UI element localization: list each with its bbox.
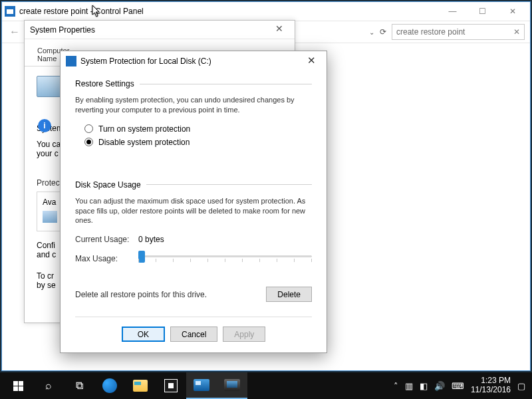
file-explorer-icon[interactable] — [125, 372, 156, 399]
radio-turn-on-label: Turn on system protection — [98, 124, 190, 134]
taskbar-system-properties[interactable] — [217, 372, 247, 399]
max-usage-slider[interactable] — [138, 249, 312, 268]
radio-icon — [84, 124, 93, 133]
monitor-icon — [37, 76, 63, 97]
search-icon[interactable]: ⌕ — [33, 372, 64, 399]
refresh-button[interactable]: ⟳ — [380, 27, 386, 37]
restore-settings-desc: By enabling system protection, you can u… — [75, 95, 312, 115]
cp-title: create restore point - Control Panel — [19, 7, 144, 16]
sp-titlebar[interactable]: System Properties ✕ — [25, 21, 295, 39]
spd-titlebar[interactable]: System Protection for Local Disk (C:) ✕ — [61, 51, 327, 71]
shield-icon — [66, 56, 76, 66]
cp-titlebar[interactable]: create restore point - Control Panel — ☐… — [2, 2, 530, 21]
search-box[interactable]: create restore point ✕ — [392, 24, 525, 40]
start-button[interactable] — [3, 372, 33, 399]
cancel-button[interactable]: Cancel — [170, 327, 217, 342]
radio-disable[interactable]: Disable system protection — [84, 138, 312, 147]
slider-ticks — [138, 259, 312, 263]
disk-space-desc: You can adjust the maximum disk space us… — [75, 196, 312, 226]
divider — [140, 84, 312, 84]
info-icon: i — [38, 119, 51, 132]
sp-title: System Properties — [30, 25, 95, 35]
back-button[interactable]: ← — [7, 25, 22, 39]
close-button[interactable]: ✕ — [497, 3, 527, 19]
task-view-icon[interactable]: ⧉ — [64, 372, 94, 399]
disk-space-label: Disk Space Usage — [75, 180, 141, 190]
tray-chevron-icon[interactable]: ˄ — [394, 381, 398, 391]
restore-settings-label: Restore Settings — [75, 79, 134, 88]
radio-turn-on[interactable]: Turn on system protection — [84, 124, 312, 134]
current-usage-value: 0 bytes — [138, 235, 164, 244]
search-placeholder: create restore point — [396, 27, 465, 37]
clock[interactable]: 1:23 PM 11/13/2016 — [471, 376, 511, 395]
spd-close-button[interactable]: ✕ — [301, 55, 321, 68]
current-usage-label: Current Usage: — [75, 235, 138, 244]
ok-button[interactable]: OK — [122, 327, 165, 342]
radio-icon — [84, 138, 93, 146]
maximize-button[interactable]: ☐ — [467, 3, 497, 19]
taskbar-control-panel[interactable] — [186, 372, 217, 399]
minimize-button[interactable]: — — [438, 3, 467, 19]
divider — [146, 184, 312, 185]
taskbar[interactable]: ⌕ ⧉ ˄ ▥ ◧ 🔊 ⌨ 1:23 PM 11/13/2016 ▢ — [0, 372, 532, 399]
control-panel-icon — [5, 6, 15, 17]
network-icon[interactable]: ◧ — [420, 381, 428, 391]
delete-text: Delete all restore points for this drive… — [75, 290, 266, 299]
clock-time: 1:23 PM — [471, 376, 511, 386]
delete-button[interactable]: Delete — [266, 287, 312, 302]
slider-track — [138, 255, 312, 257]
system-tray[interactable]: ˄ ▥ ◧ 🔊 ⌨ 1:23 PM 11/13/2016 ▢ — [394, 376, 529, 395]
store-icon[interactable] — [156, 372, 186, 399]
edge-icon[interactable] — [94, 372, 125, 399]
max-usage-label: Max Usage: — [75, 254, 138, 263]
battery-icon[interactable]: ▥ — [405, 381, 413, 391]
apply-button[interactable]: Apply — [223, 327, 265, 342]
breadcrumb-dropdown[interactable]: ⌄ — [369, 29, 374, 36]
drive-icon — [43, 211, 57, 223]
input-icon[interactable]: ⌨ — [452, 381, 464, 391]
system-protection-dialog: System Protection for Local Disk (C:) ✕ … — [60, 51, 327, 353]
sp-close-button[interactable]: ✕ — [269, 23, 289, 37]
clear-search-icon[interactable]: ✕ — [513, 27, 520, 37]
volume-icon[interactable]: 🔊 — [434, 381, 445, 391]
action-center-icon[interactable]: ▢ — [517, 381, 525, 391]
clock-date: 11/13/2016 — [471, 386, 511, 395]
radio-disable-label: Disable system protection — [98, 138, 190, 147]
spd-title: System Protection for Local Disk (C:) — [80, 57, 211, 66]
